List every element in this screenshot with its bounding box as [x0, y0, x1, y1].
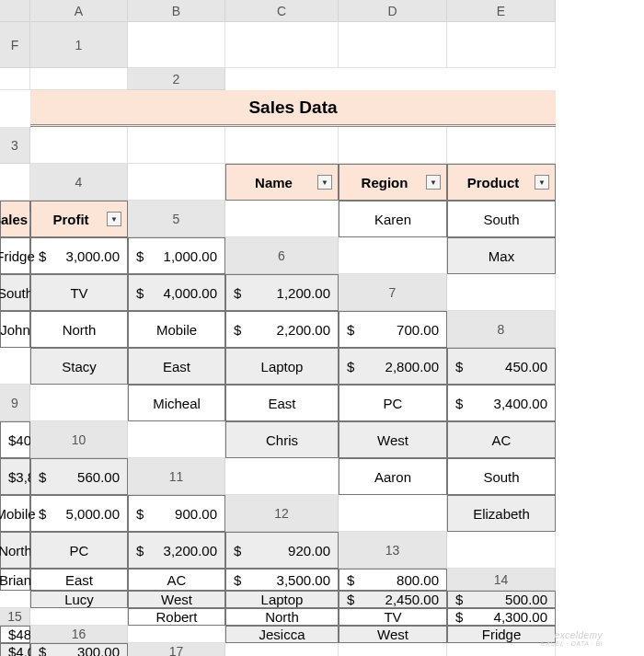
- cell-region[interactable]: East: [128, 348, 225, 385]
- empty-cell[interactable]: [339, 495, 447, 532]
- cell-product[interactable]: Mobile: [128, 311, 225, 348]
- cell-profit[interactable]: $1,000.00: [128, 237, 225, 274]
- cell-sales[interactable]: $3,400.00: [447, 385, 556, 421]
- cell-region[interactable]: South: [0, 274, 30, 311]
- cell-profit[interactable]: $700.00: [339, 311, 447, 348]
- cell-name[interactable]: John: [0, 311, 30, 348]
- col-header-A[interactable]: A: [30, 0, 128, 22]
- cell-product[interactable]: TV: [30, 274, 128, 311]
- cell-name[interactable]: Jesicca: [225, 626, 339, 643]
- empty-cell[interactable]: [447, 274, 556, 311]
- cell-profit[interactable]: $500.00: [447, 591, 556, 608]
- empty-cell[interactable]: [225, 22, 339, 68]
- empty-cell[interactable]: [225, 127, 339, 164]
- empty-cell[interactable]: [30, 608, 128, 626]
- cell-name[interactable]: Micheal: [128, 385, 225, 421]
- row-header-14[interactable]: 14: [447, 569, 556, 591]
- cell-region[interactable]: West: [128, 591, 225, 608]
- cell-sales[interactable]: $2,800.00: [339, 348, 447, 385]
- empty-cell[interactable]: [128, 626, 225, 643]
- cell-name[interactable]: Max: [447, 237, 556, 274]
- filter-dropdown-icon[interactable]: ▼: [317, 175, 332, 190]
- cell-region[interactable]: North: [0, 532, 30, 569]
- cell-sales[interactable]: $3,000.00: [30, 237, 128, 274]
- cell-product[interactable]: Laptop: [225, 348, 339, 385]
- col-header-F[interactable]: F: [0, 22, 30, 68]
- row-header-17[interactable]: 17: [128, 643, 225, 656]
- cell-profit[interactable]: $1,200.00: [225, 274, 339, 311]
- cell-profit[interactable]: $300.00: [30, 643, 128, 656]
- cell-product[interactable]: PC: [30, 532, 128, 569]
- cell-region[interactable]: North: [225, 608, 339, 626]
- empty-cell[interactable]: [339, 127, 447, 164]
- cell-sales[interactable]: $4,000.00: [128, 274, 225, 311]
- cell-sales[interactable]: $3,800.00: [0, 458, 30, 495]
- select-all-corner[interactable]: [0, 0, 30, 22]
- empty-cell[interactable]: [447, 643, 556, 656]
- empty-cell[interactable]: [128, 22, 225, 68]
- row-header-15[interactable]: 15: [0, 608, 30, 626]
- cell-name[interactable]: Karen: [339, 201, 447, 237]
- filter-dropdown-icon[interactable]: ▼: [535, 175, 549, 190]
- cell-sales[interactable]: $2,450.00: [339, 591, 447, 608]
- row-header-11[interactable]: 11: [128, 458, 225, 495]
- row-header-7[interactable]: 7: [339, 274, 447, 311]
- cell-sales[interactable]: $2,200.00: [225, 311, 339, 348]
- filter-dropdown-icon[interactable]: ▼: [426, 175, 441, 190]
- cell-profit[interactable]: $450.00: [447, 348, 556, 385]
- row-header-1[interactable]: 1: [30, 22, 128, 68]
- cell-sales[interactable]: $5,000.00: [30, 495, 128, 532]
- empty-cell[interactable]: [0, 68, 30, 90]
- cell-name[interactable]: Lucy: [30, 591, 128, 608]
- cell-region[interactable]: North: [30, 311, 128, 348]
- cell-profit[interactable]: $400.00: [0, 421, 30, 458]
- empty-cell[interactable]: [0, 591, 30, 608]
- cell-product[interactable]: Fridge: [447, 626, 556, 643]
- row-header-2[interactable]: 2: [128, 68, 225, 90]
- cell-region[interactable]: South: [447, 201, 556, 237]
- row-header-3[interactable]: 3: [0, 127, 30, 164]
- row-header-5[interactable]: 5: [128, 201, 225, 237]
- empty-cell[interactable]: [128, 421, 225, 458]
- cell-region[interactable]: South: [447, 458, 556, 495]
- cell-name[interactable]: Elizabeth: [447, 495, 556, 532]
- cell-profit[interactable]: $480.00: [0, 626, 30, 643]
- cell-product[interactable]: Mobile: [0, 495, 30, 532]
- col-header-D[interactable]: D: [339, 0, 447, 22]
- cell-name[interactable]: Aaron: [339, 458, 447, 495]
- empty-cell[interactable]: [339, 643, 447, 656]
- cell-region[interactable]: West: [339, 421, 447, 458]
- empty-cell[interactable]: [225, 643, 339, 656]
- row-header-13[interactable]: 13: [339, 532, 447, 569]
- cell-profit[interactable]: $800.00: [339, 569, 447, 591]
- empty-cell[interactable]: [30, 385, 128, 421]
- row-header-4[interactable]: 4: [30, 164, 128, 201]
- empty-cell[interactable]: [0, 348, 30, 385]
- row-header-6[interactable]: 6: [225, 237, 339, 274]
- cell-profit[interactable]: $920.00: [225, 532, 339, 569]
- empty-cell[interactable]: [225, 458, 339, 495]
- cell-name[interactable]: Chris: [225, 421, 339, 458]
- cell-product[interactable]: AC: [447, 421, 556, 458]
- cell-sales[interactable]: $4,300.00: [447, 608, 556, 626]
- col-header-E[interactable]: E: [447, 0, 556, 22]
- row-header-10[interactable]: 10: [30, 421, 128, 458]
- cell-region[interactable]: West: [339, 626, 447, 643]
- empty-cell[interactable]: [30, 127, 128, 164]
- empty-cell[interactable]: [128, 164, 225, 201]
- cell-sales[interactable]: $4,000.00: [0, 643, 30, 656]
- cell-name[interactable]: Brian: [0, 569, 30, 591]
- cell-name[interactable]: Stacy: [30, 348, 128, 385]
- col-header-B[interactable]: B: [128, 0, 225, 22]
- row-header-12[interactable]: 12: [225, 495, 339, 532]
- row-header-8[interactable]: 8: [447, 311, 556, 348]
- cell-sales[interactable]: $3,500.00: [225, 569, 339, 591]
- cell-region[interactable]: East: [225, 385, 339, 421]
- empty-cell[interactable]: [128, 127, 225, 164]
- row-header-9[interactable]: 9: [0, 385, 30, 421]
- cell-product[interactable]: Laptop: [225, 591, 339, 608]
- filter-dropdown-icon[interactable]: ▼: [107, 212, 121, 226]
- empty-cell[interactable]: [447, 532, 556, 569]
- cell-profit[interactable]: $900.00: [128, 495, 225, 532]
- row-header-16[interactable]: 16: [30, 626, 128, 643]
